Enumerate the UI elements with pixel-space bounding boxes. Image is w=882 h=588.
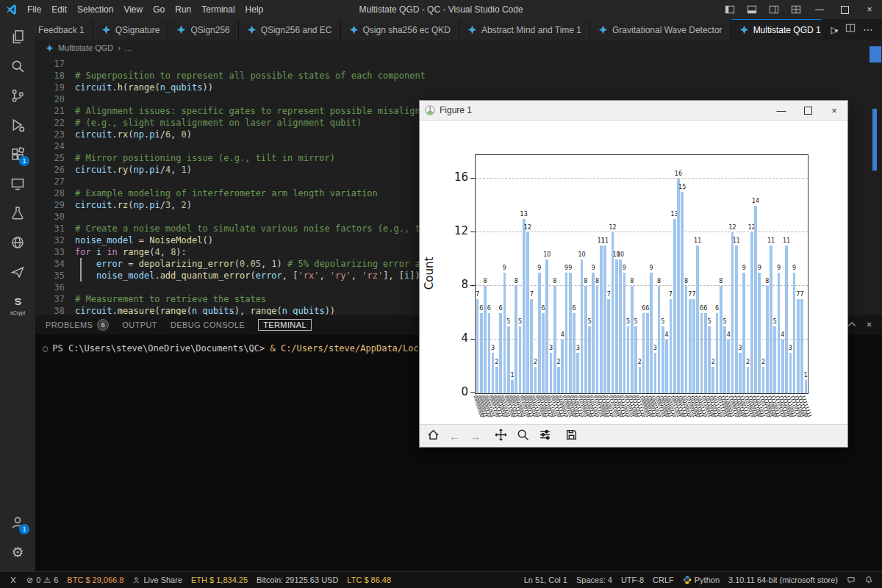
- encoding[interactable]: UTF-8: [617, 572, 648, 588]
- bar-value-label: 6: [703, 306, 707, 312]
- split-editor-icon[interactable]: [845, 23, 856, 36]
- tab-label: Multistate QGD 1: [753, 25, 821, 35]
- code-line-17: 17: [35, 58, 882, 70]
- remote-explorer-icon[interactable]: [0, 169, 35, 198]
- titlebar-actions: — ×: [719, 0, 882, 19]
- customize-layout-icon[interactable]: [785, 0, 807, 19]
- bar: [762, 367, 765, 394]
- panel-tab-terminal[interactable]: TERMINAL: [258, 319, 312, 331]
- home-icon[interactable]: [427, 429, 440, 444]
- configure-subplots-icon[interactable]: [539, 429, 551, 444]
- explorer-icon[interactable]: [0, 22, 35, 51]
- breadcrumb-file[interactable]: Multistate QGD: [58, 43, 113, 52]
- overview-ruler-decoration[interactable]: [870, 46, 881, 62]
- eth-ticker[interactable]: ETH $ 1,834.25: [187, 572, 252, 588]
- language-mode[interactable]: Python: [678, 572, 724, 588]
- maximize-panel-icon[interactable]: [847, 320, 856, 331]
- bar-value-label: 8: [584, 279, 587, 284]
- python-interpreter[interactable]: 3.10.11 64-bit (microsoft store): [724, 572, 842, 588]
- pan-icon[interactable]: [495, 429, 507, 444]
- panel-tab-output[interactable]: OUTPUT: [122, 320, 157, 329]
- menu-view[interactable]: View: [118, 4, 148, 15]
- ltc-ticker[interactable]: LTC $ 86.48: [343, 572, 395, 588]
- problems-status[interactable]: ⊘0⚠6: [22, 572, 62, 588]
- tab-7-active[interactable]: Multistate QGD 1×: [731, 19, 822, 40]
- remote-indicator[interactable]: [4, 572, 22, 588]
- feedback-icon[interactable]: [842, 572, 860, 588]
- bar-value-label: 3: [491, 345, 495, 351]
- title-bar: FileEditSelectionViewGoRunTerminalHelp M…: [0, 0, 882, 19]
- globe-icon[interactable]: [0, 228, 35, 257]
- run-debug-icon[interactable]: [0, 110, 35, 140]
- toggle-panel-icon[interactable]: [741, 0, 763, 19]
- zoom-icon[interactable]: [517, 429, 529, 444]
- minimize-button[interactable]: —: [807, 0, 832, 19]
- menu-edit[interactable]: Edit: [46, 4, 72, 15]
- cursor-position[interactable]: Ln 51, Col 1: [520, 572, 572, 588]
- bar: [631, 286, 634, 393]
- figure-minimize-button[interactable]: —: [768, 101, 795, 120]
- bar: [685, 286, 688, 393]
- more-actions-icon[interactable]: ⋯: [863, 24, 873, 35]
- settings-gear-icon[interactable]: ⚙: [0, 537, 35, 567]
- bar: [596, 286, 599, 393]
- indent-guide: [80, 270, 82, 282]
- toggle-sidebar-icon[interactable]: [719, 0, 741, 19]
- bar-value-label: 8: [553, 279, 556, 284]
- line-number: 20: [35, 93, 75, 105]
- bar: [642, 313, 645, 394]
- btc-ticker[interactable]: BTC $ 29,066.8: [62, 572, 128, 588]
- panel-tab-problems[interactable]: PROBLEMS6: [46, 319, 109, 331]
- bar: [681, 192, 684, 393]
- toggle-secondary-sidebar-icon[interactable]: [763, 0, 785, 19]
- testing-beaker-icon[interactable]: [0, 198, 35, 228]
- bar: [519, 326, 522, 393]
- menu-file[interactable]: File: [22, 4, 46, 15]
- scrypt-extension-icon[interactable]: sCrypt: [0, 287, 35, 325]
- figure-close-button[interactable]: ×: [821, 101, 847, 120]
- run-python-button[interactable]: ▷▾: [831, 23, 838, 36]
- extensions-icon[interactable]: 1: [0, 140, 35, 169]
- back-icon[interactable]: ←: [449, 431, 460, 442]
- bar-value-label: 2: [556, 359, 560, 365]
- tab-0[interactable]: d Feedback 1: [35, 19, 93, 40]
- breadcrumb-symbol[interactable]: ...: [125, 43, 132, 52]
- breadcrumb[interactable]: Multistate QGD › ...: [35, 40, 882, 56]
- figure-maximize-button[interactable]: [795, 101, 821, 120]
- maximize-button[interactable]: [832, 0, 857, 19]
- figure-titlebar[interactable]: Figure 1 — ×: [420, 101, 847, 121]
- save-icon[interactable]: [565, 429, 578, 444]
- tab-1[interactable]: QSignature: [93, 19, 169, 40]
- source-control-icon[interactable]: [0, 81, 35, 110]
- bar-value-label: 7: [476, 292, 479, 298]
- tab-3[interactable]: QSign256 and EC: [239, 19, 341, 40]
- bar: [573, 313, 576, 394]
- live-share-button[interactable]: Live Share: [128, 572, 187, 588]
- panel-tab-debug-console[interactable]: DEBUG CONSOLE: [171, 320, 245, 329]
- menu-run[interactable]: Run: [170, 4, 196, 15]
- bar-value-label: 4: [781, 332, 784, 338]
- bar: [650, 273, 653, 393]
- bitcoin-price[interactable]: Bitcoin: 29125.63 USD: [252, 572, 343, 588]
- bar-value-label: 5: [587, 319, 591, 325]
- search-icon[interactable]: [0, 51, 35, 81]
- line-number: 29: [35, 199, 75, 211]
- tab-6[interactable]: Gravitational Wave Detector: [590, 19, 731, 40]
- menu-go[interactable]: Go: [148, 4, 170, 15]
- menu-terminal[interactable]: Terminal: [196, 4, 240, 15]
- close-button[interactable]: ×: [857, 0, 882, 19]
- forward-icon[interactable]: →: [470, 431, 481, 442]
- menu-help[interactable]: Help: [240, 4, 269, 15]
- indentation[interactable]: Spaces: 4: [572, 572, 617, 588]
- tab-4[interactable]: Qsign sha256 ec QKD: [341, 19, 459, 40]
- close-panel-icon[interactable]: ×: [867, 320, 872, 330]
- scrollbar-thumb[interactable]: [872, 109, 877, 171]
- tab-2[interactable]: QSign256: [168, 19, 238, 40]
- menu-selection[interactable]: Selection: [72, 4, 118, 15]
- notifications-bell-icon[interactable]: [860, 572, 878, 588]
- figure-window[interactable]: Figure 1 — × Count 768632695185131272961…: [419, 100, 848, 448]
- eol-sequence[interactable]: CRLF: [648, 572, 678, 588]
- accounts-icon[interactable]: 1: [0, 508, 35, 537]
- share-icon[interactable]: [0, 257, 35, 287]
- tab-5[interactable]: Abstract Mind and Time 1: [459, 19, 590, 40]
